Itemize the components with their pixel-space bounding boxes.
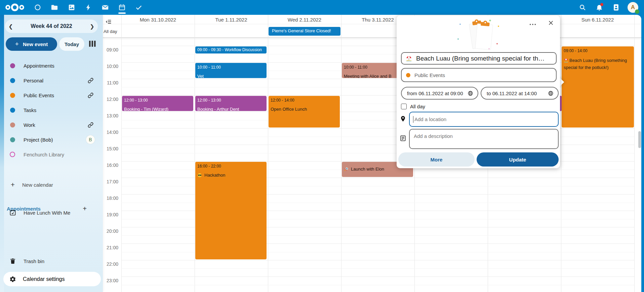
sidebar-calendar-item[interactable]: Project (Bob)B: [4, 132, 101, 147]
nextcloud-calendar-app: A ❮ Week 44 of 2022 ❯ + New event Today …: [0, 0, 644, 292]
plus-icon: +: [10, 181, 15, 189]
end-datetime-label: to 06.11.2022 at 14:00: [487, 90, 537, 96]
hour-label: 20:00: [103, 228, 118, 234]
sidebar-calendar-item[interactable]: Work: [4, 117, 101, 132]
sidebar-calendar-item[interactable]: Tasks: [4, 103, 101, 117]
event-title: Booking - Arthur Dent: [197, 106, 265, 111]
files-icon[interactable]: [51, 4, 58, 11]
search-icon[interactable]: [579, 4, 586, 11]
event-title: Booking - Tim (Wizard): [124, 106, 191, 111]
event-title: Open Office Lunch: [271, 106, 338, 112]
column-divider: [195, 15, 195, 292]
today-label: Today: [65, 41, 79, 47]
allday-checkbox[interactable]: [401, 104, 407, 109]
event-title-input[interactable]: [416, 55, 552, 62]
event-title-text: Launch with Elon: [351, 166, 384, 172]
view-mode-icon[interactable]: [89, 40, 96, 47]
calendar-event[interactable]: 12:00 - 14:00Open Office Lunch: [269, 96, 340, 127]
sidebar-calendar-item[interactable]: Personal: [4, 73, 101, 88]
hour-line: [121, 260, 634, 260]
sidebar-calendar-item[interactable]: Public Events: [4, 88, 101, 103]
location-input[interactable]: [414, 116, 555, 122]
sidebar: ❮ Week 44 of 2022 ❯ + New event Today Ap…: [0, 15, 103, 292]
day-header[interactable]: Tue 1.11.2022: [195, 17, 268, 24]
column-divider: [634, 15, 635, 292]
sidebar-calendar-item[interactable]: Fenchurch Library: [4, 147, 101, 162]
mail-icon[interactable]: [102, 4, 109, 11]
nextcloud-logo[interactable]: [5, 3, 25, 12]
calendar-event[interactable]: 16:00 - 22:00Hackathon: [195, 162, 267, 259]
calendar-event[interactable]: 10:00 - 11:00Vet: [195, 63, 267, 78]
link-icon: [86, 120, 95, 129]
day-header[interactable]: Wed 2.11.2022: [268, 17, 341, 24]
event-title-text: Open Office Lunch: [271, 106, 307, 112]
collapse-sidebar-icon[interactable]: [106, 19, 111, 24]
hour-label: 15:00: [103, 146, 118, 151]
plus-icon: +: [15, 40, 19, 47]
contacts-icon[interactable]: [612, 4, 620, 11]
actions-menu-icon[interactable]: [529, 21, 536, 25]
location-field: [409, 112, 559, 127]
column-divider: [341, 15, 341, 292]
notification-badge: [600, 3, 603, 6]
event-title-field: [401, 52, 557, 65]
today-button[interactable]: Today: [59, 37, 84, 51]
day-header[interactable]: Sun 6.11.2022: [561, 17, 634, 24]
calendar-color-dot: [10, 63, 15, 68]
trash-bin-button[interactable]: Trash bin: [4, 254, 101, 268]
new-calendar-button[interactable]: + New calendar: [4, 177, 101, 192]
new-event-button[interactable]: + New event: [6, 37, 57, 51]
header-divider: [103, 24, 641, 24]
previous-week-button[interactable]: ❮: [5, 23, 16, 30]
start-datetime-button[interactable]: from 06.11.2022 at 09:00: [401, 87, 478, 100]
avatar-letter: A: [631, 4, 635, 10]
beach-umbrella-emoji: [564, 58, 568, 63]
sidebar-calendar-item[interactable]: Appointments: [4, 58, 101, 73]
hour-label: 10:00: [103, 64, 118, 69]
description-input[interactable]: [413, 133, 556, 147]
calendar-event[interactable]: 12:00 - 13:00Booking - Arthur Dent: [195, 96, 267, 111]
next-week-button[interactable]: ❯: [86, 23, 98, 30]
tasks-icon[interactable]: [135, 4, 143, 11]
activity-icon[interactable]: [85, 4, 92, 11]
end-datetime-button[interactable]: to 06.11.2022 at 14:00: [481, 87, 559, 100]
notifications-bell-icon[interactable]: [596, 4, 603, 11]
calendar-color-dot: [10, 93, 15, 98]
appointment-config-label: Have Lunch With Me: [24, 210, 70, 216]
calendar-icon[interactable]: [118, 4, 126, 11]
allday-checkbox-row[interactable]: All day: [401, 104, 425, 109]
topbar: A: [0, 0, 644, 15]
calendar-event[interactable]: 09:00 - 09:30 - Workflow Discussion: [195, 46, 267, 53]
clipboard-illustration: [455, 17, 502, 51]
new-event-label: New event: [23, 41, 48, 47]
allday-event[interactable]: Pierre's General Store Closed!: [269, 27, 340, 36]
dashboard-icon[interactable]: [34, 4, 41, 11]
half-hour-line: [121, 268, 634, 269]
calendar-settings-button[interactable]: Calendar settings: [3, 272, 101, 286]
photos-icon[interactable]: [68, 4, 75, 11]
hour-label: 11:00: [103, 80, 118, 85]
calendar-name: Public Events: [24, 93, 54, 98]
calendar-event[interactable]: 12:00 - 13:00Booking - Tim (Wizard): [122, 96, 193, 111]
calendar-event[interactable]: 09:00 - 14:00Beach Luau (Bring something…: [562, 46, 634, 127]
week-label: Week 44 of 2022: [31, 23, 72, 29]
calendar-settings-label: Calendar settings: [23, 276, 65, 282]
avatar[interactable]: A: [628, 2, 638, 13]
event-editor-popup: Public Events from 06.11.2022 at 09:00 t…: [397, 15, 560, 168]
calendar-select[interactable]: Public Events: [401, 68, 557, 82]
hour-label: 09:00: [103, 47, 118, 52]
hour-label: 14:00: [103, 130, 118, 135]
day-header[interactable]: Mon 31.10.2022: [121, 17, 195, 24]
calendar-select-value: Public Events: [414, 72, 445, 78]
close-icon[interactable]: [548, 20, 554, 26]
appointment-config-item[interactable]: Have Lunch With Me: [4, 205, 101, 220]
event-title-text: Meeting with Alice and B: [344, 73, 392, 78]
event-title-text: Beach Luau (Bring something special for …: [564, 58, 627, 70]
share-badge: B: [86, 135, 95, 144]
hour-label: 22:00: [103, 261, 118, 267]
update-button[interactable]: Update: [477, 152, 559, 167]
vertical-scrollbar[interactable]: [638, 131, 641, 148]
link-icon: [86, 91, 95, 100]
allday-divider: [103, 37, 641, 38]
more-button[interactable]: More: [398, 152, 475, 167]
